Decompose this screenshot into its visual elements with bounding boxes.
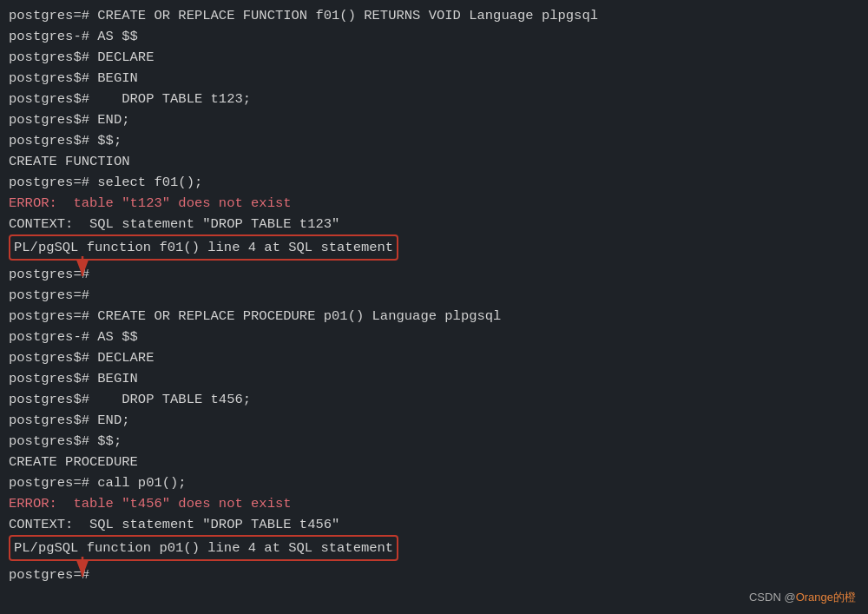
line-24: ERROR: table "t456" does not exist (9, 493, 859, 514)
arrow-icon-1 (56, 252, 126, 282)
line-21: postgres$# $$; (9, 431, 859, 452)
line-8: CREATE FUNCTION (9, 151, 859, 172)
line-22: CREATE PROCEDURE (9, 452, 859, 472)
line-4: postgres$# BEGIN (9, 68, 859, 89)
line-17: postgres$# DECLARE (9, 347, 859, 368)
line-27: postgres=# (9, 564, 859, 585)
line-6: postgres$# END; (9, 109, 859, 130)
line-13: postgres=# (9, 264, 859, 285)
line-1: postgres=# CREATE OR REPLACE FUNCTION f0… (9, 5, 859, 26)
line-11: CONTEXT: SQL statement "DROP TABLE t123" (9, 214, 859, 234)
line-3: postgres$# DECLARE (9, 47, 859, 68)
line-18: postgres$# BEGIN (9, 368, 859, 389)
line-23: postgres=# call p01(); (9, 472, 859, 493)
line-20: postgres$# END; (9, 410, 859, 431)
line-9: postgres=# select f01(); (9, 172, 859, 193)
watermark-name: Orange的橙 (796, 591, 856, 604)
line-10: ERROR: table "t123" does not exist (9, 193, 859, 214)
line-16: postgres-# AS $$ (9, 327, 859, 347)
line-5: postgres$# DROP TABLE t123; (9, 89, 859, 109)
line-19: postgres$# DROP TABLE t456; (9, 389, 859, 410)
line-7: postgres$# $$; (9, 130, 859, 151)
line-14: postgres=# (9, 285, 859, 306)
line-25: CONTEXT: SQL statement "DROP TABLE t456" (9, 514, 859, 535)
watermark-prefix: CSDN @ (749, 591, 796, 604)
watermark: CSDN @Orange的橙 (749, 590, 856, 605)
line-2: postgres-# AS $$ (9, 26, 859, 47)
arrow-icon-2 (56, 552, 126, 583)
terminal: postgres=# CREATE OR REPLACE FUNCTION f0… (0, 0, 868, 614)
line-15: postgres=# CREATE OR REPLACE PROCEDURE p… (9, 306, 859, 327)
